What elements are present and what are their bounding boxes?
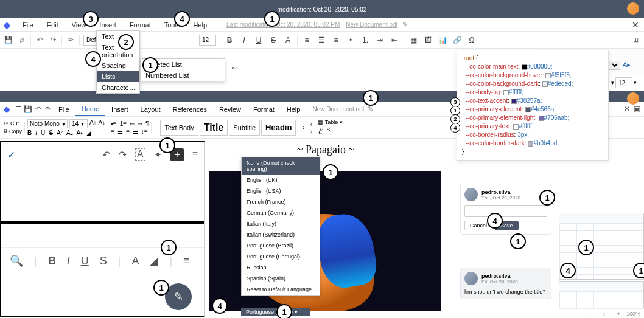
lang-menu-item[interactable]: Portuguese (Brazil) bbox=[242, 240, 320, 251]
align-right-icon-2[interactable]: ≡ bbox=[126, 128, 130, 135]
lang-menu-item[interactable]: None (Do not check spelling) bbox=[242, 157, 320, 175]
subscript-icon[interactable]: A₂ bbox=[66, 130, 73, 136]
zoom-in-icon[interactable]: + bbox=[617, 311, 620, 317]
font-size-select-2[interactable]: 14▾ bbox=[69, 119, 88, 128]
underline-button[interactable]: U bbox=[253, 35, 264, 46]
bullet-list-icon-2[interactable]: •≡ bbox=[111, 120, 116, 127]
tab-home[interactable]: Home bbox=[75, 103, 105, 116]
lang-menu-item[interactable]: Italian (Italy) bbox=[242, 218, 320, 229]
align-left-icon-2[interactable]: ≡ bbox=[111, 128, 114, 135]
avatar[interactable] bbox=[627, 2, 639, 15]
app2-edit-icon[interactable]: ✎ bbox=[368, 105, 373, 113]
highlight-icon[interactable]: ◢ bbox=[86, 130, 91, 136]
insert-table-button[interactable]: ▦ Table ▾ bbox=[318, 119, 342, 125]
style-scroll-left-icon[interactable]: ‹ bbox=[302, 124, 304, 131]
app2-redo-icon[interactable]: ↷ bbox=[43, 105, 52, 113]
copy-button[interactable]: ⧉Copy bbox=[4, 128, 22, 134]
chart-icon[interactable]: 📊 bbox=[437, 35, 448, 46]
lang-menu-item[interactable]: Italian (Switzerland) bbox=[242, 229, 320, 240]
font-family-select[interactable]: Noto Mono▾ bbox=[27, 119, 68, 128]
app2-close-icon[interactable]: ✕ bbox=[624, 105, 630, 113]
bold-button-2[interactable]: B bbox=[27, 130, 32, 136]
style-scroll-down-icon[interactable]: › bbox=[310, 128, 313, 135]
mobile-undo-icon[interactable]: ↶ bbox=[102, 149, 110, 161]
mobile-strike-button[interactable]: S bbox=[100, 255, 107, 268]
strike-button-2[interactable]: S bbox=[49, 130, 53, 136]
bold-button[interactable]: B bbox=[224, 35, 235, 46]
bullet-list-icon[interactable]: • bbox=[345, 35, 356, 46]
lang-menu-item[interactable]: German (Germany) bbox=[242, 207, 320, 218]
line-spacing-icon[interactable]: ↕≡ bbox=[141, 128, 148, 135]
print-icon[interactable]: ⎙ bbox=[17, 35, 27, 45]
cut-button[interactable]: ✂Cut bbox=[4, 120, 22, 126]
tab-review[interactable]: Review bbox=[213, 103, 247, 116]
mobile-align-icon[interactable]: ≡ bbox=[183, 255, 190, 268]
indent-dec-icon[interactable]: ⇤ bbox=[389, 35, 400, 46]
indent-inc-icon[interactable]: ⇥ bbox=[374, 35, 385, 46]
align-justify-icon-2[interactable]: ☰ bbox=[133, 128, 138, 135]
app2-sidebar-icon[interactable]: ▣ bbox=[634, 105, 640, 113]
tab-file[interactable]: File bbox=[52, 103, 75, 116]
comment-more-icon[interactable]: ⋯ bbox=[542, 271, 547, 277]
app2-save-icon[interactable]: 💾 bbox=[23, 105, 33, 113]
mobile-italic-button[interactable]: I bbox=[67, 255, 70, 268]
tab-help[interactable]: Help bbox=[281, 103, 307, 116]
grow-font-icon[interactable]: A↑ bbox=[89, 119, 97, 128]
zoom-slider[interactable]: —○— bbox=[597, 311, 611, 317]
tab-layout[interactable]: Layout bbox=[135, 103, 167, 116]
link-icon[interactable]: 🔗 bbox=[452, 35, 463, 46]
mini-dropdown-icon[interactable]: ▾ bbox=[634, 80, 637, 86]
underline-button-2[interactable]: U bbox=[41, 130, 45, 136]
style-apply-icon[interactable]: A▸ bbox=[623, 61, 631, 69]
style-title[interactable]: Title bbox=[200, 120, 228, 136]
mobile-redo-icon[interactable]: ↷ bbox=[119, 149, 127, 161]
dd-character[interactable]: Characte… bbox=[97, 82, 139, 93]
app2-menu-icon[interactable]: ☰ bbox=[13, 105, 23, 113]
doc-modified-info[interactable]: Last modification: Oct 20, 2020, 05:02 P… bbox=[226, 21, 340, 28]
lang-menu-item[interactable]: English (UK) bbox=[242, 175, 320, 185]
indent-inc-icon-2[interactable]: ⇥ bbox=[138, 120, 142, 127]
italic-button-2[interactable]: I bbox=[35, 130, 37, 136]
lang-menu-item[interactable]: Russian bbox=[242, 262, 320, 273]
number-list-icon-2[interactable]: 1≡ bbox=[120, 120, 127, 127]
italic-button[interactable]: I bbox=[239, 35, 250, 46]
mobile-search-icon[interactable]: 🔍 bbox=[10, 254, 23, 268]
font-color-icon[interactable]: A▪ bbox=[77, 130, 83, 136]
number-list-icon[interactable]: 1. bbox=[360, 35, 371, 46]
strike-button[interactable]: S bbox=[268, 35, 279, 46]
tab-format[interactable]: Format bbox=[247, 103, 281, 116]
redo-icon[interactable]: ↷ bbox=[48, 35, 58, 45]
mobile-select-icon[interactable]: A bbox=[135, 148, 145, 161]
menu-file[interactable]: File bbox=[16, 20, 40, 30]
lang-menu-item[interactable]: English (USA) bbox=[242, 185, 320, 196]
dd-spacing[interactable]: Spacing bbox=[97, 60, 139, 71]
confirm-icon[interactable]: ✓ bbox=[7, 149, 15, 161]
zoom-out-icon[interactable]: − bbox=[587, 311, 590, 317]
special-char-icon[interactable]: Ω bbox=[466, 35, 477, 46]
image-icon[interactable]: 🖼 bbox=[422, 35, 433, 46]
dd-lists[interactable]: Lists bbox=[97, 71, 139, 82]
edit-doc-icon[interactable]: ✎ bbox=[402, 21, 408, 29]
font-size-select[interactable] bbox=[199, 35, 216, 46]
mini-size-select[interactable] bbox=[615, 77, 632, 88]
mobile-highlight-button[interactable]: ◢ bbox=[150, 254, 158, 268]
mobile-text-area[interactable] bbox=[1, 167, 204, 221]
app2-avatar[interactable] bbox=[627, 92, 639, 105]
app2-undo-icon[interactable]: ↶ bbox=[33, 105, 43, 113]
lang-menu-item[interactable]: Portuguese (Portugal) bbox=[242, 251, 320, 262]
comment-reply-input[interactable] bbox=[464, 205, 547, 217]
style-text-body[interactable]: Text Body bbox=[160, 120, 198, 136]
pilcrow-icon[interactable]: ¶ bbox=[145, 120, 149, 127]
font-color-button[interactable]: A bbox=[282, 35, 293, 46]
mobile-bold-button[interactable]: B bbox=[48, 255, 56, 268]
menu-help[interactable]: Help bbox=[187, 20, 213, 30]
superscript-icon[interactable]: A² bbox=[57, 130, 63, 136]
mini-dropdown-icon[interactable]: ▾ bbox=[611, 80, 614, 86]
style-subtitle[interactable]: Subtitle bbox=[229, 120, 260, 136]
align-center-icon[interactable]: ☰ bbox=[316, 35, 327, 46]
tab-insert[interactable]: Insert bbox=[105, 103, 135, 116]
sidebar-toggle-icon[interactable]: ⊞ bbox=[631, 35, 640, 45]
align-left-icon[interactable]: ≡ bbox=[301, 35, 312, 46]
table-icon[interactable]: ▦ bbox=[408, 35, 419, 46]
mobile-puzzle-icon[interactable]: ✦ bbox=[154, 149, 162, 161]
